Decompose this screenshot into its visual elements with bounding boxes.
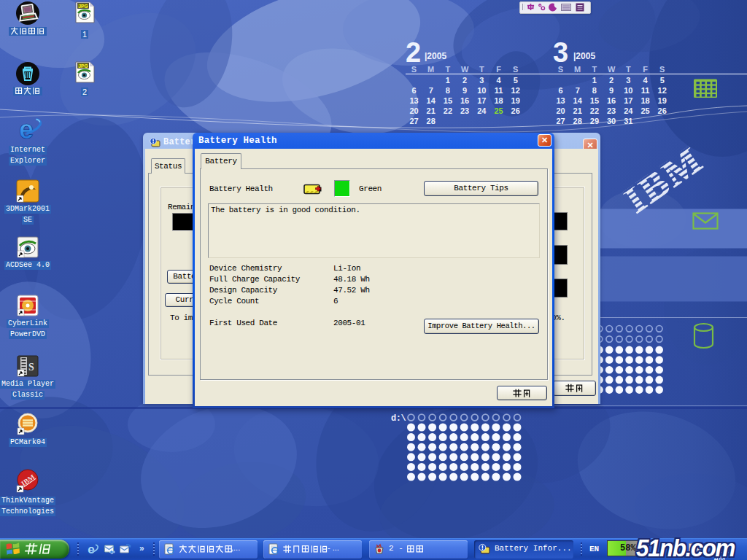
svg-text:2: 2	[609, 76, 614, 85]
svg-text:5: 5	[514, 76, 518, 85]
svg-text:12: 12	[658, 86, 667, 95]
svg-text:21: 21	[573, 106, 582, 115]
svg-text:26: 26	[511, 106, 520, 115]
svg-text:16: 16	[607, 96, 616, 105]
svg-text:4: 4	[643, 76, 648, 85]
svg-text:e: e	[19, 117, 34, 143]
svg-text:23: 23	[460, 106, 469, 115]
svg-text:4: 4	[496, 76, 501, 85]
svg-text:JPG: JPG	[78, 4, 88, 9]
svg-text:15: 15	[444, 96, 452, 105]
svg-text:30: 30	[607, 117, 616, 125]
svg-text:T: T	[446, 65, 451, 74]
svg-text:9: 9	[609, 86, 614, 95]
svg-text:23: 23	[607, 106, 616, 115]
svg-text:9: 9	[462, 86, 467, 95]
svg-text:7: 7	[429, 86, 433, 95]
svg-text:8: 8	[592, 86, 597, 95]
svg-text:7: 7	[576, 86, 580, 95]
svg-text:28: 28	[573, 117, 582, 125]
svg-text:25: 25	[494, 106, 503, 115]
svg-text:3: 3	[626, 76, 630, 85]
svg-text:28: 28	[427, 117, 436, 125]
svg-text:d:\: d:\	[391, 413, 406, 424]
svg-text:|2005: |2005	[425, 51, 446, 61]
svg-text:27: 27	[556, 117, 565, 125]
svg-text:12: 12	[511, 86, 520, 95]
svg-text:24: 24	[477, 106, 487, 115]
svg-text:S: S	[558, 65, 563, 74]
svg-text:25: 25	[640, 106, 649, 115]
svg-text:29: 29	[590, 117, 599, 125]
svg-text:5: 5	[660, 76, 665, 85]
svg-text:e: e	[88, 543, 94, 556]
svg-text:18: 18	[494, 96, 503, 105]
svg-text:F: F	[496, 65, 501, 74]
svg-text:22: 22	[444, 106, 452, 115]
svg-text:21: 21	[427, 106, 436, 115]
svg-text:19: 19	[511, 96, 520, 105]
svg-text:10: 10	[477, 86, 486, 95]
svg-text:2: 2	[406, 37, 421, 68]
svg-text:13: 13	[409, 96, 418, 105]
svg-text:S: S	[513, 65, 518, 74]
svg-text:22: 22	[590, 106, 599, 115]
svg-text:19: 19	[658, 96, 667, 105]
svg-text:17: 17	[477, 96, 486, 105]
svg-text:27: 27	[409, 117, 418, 125]
svg-text:1: 1	[446, 76, 450, 85]
svg-text:26: 26	[658, 106, 667, 115]
svg-text:S: S	[659, 65, 665, 74]
svg-text:T: T	[626, 65, 631, 74]
svg-text:M: M	[574, 65, 581, 74]
svg-text:F: F	[643, 65, 648, 74]
svg-text:6: 6	[411, 86, 416, 95]
svg-text:S: S	[411, 65, 417, 74]
svg-text:17: 17	[624, 96, 632, 105]
svg-text:3: 3	[479, 76, 484, 85]
svg-text:11: 11	[495, 86, 503, 95]
svg-text:W: W	[461, 65, 469, 74]
svg-text:2: 2	[462, 76, 467, 85]
svg-text:16: 16	[460, 96, 469, 105]
svg-text:M: M	[427, 65, 434, 74]
svg-text:13: 13	[556, 96, 565, 105]
svg-text:S: S	[28, 362, 34, 373]
svg-text:24: 24	[624, 106, 633, 115]
svg-text:31: 31	[624, 117, 632, 125]
svg-text:18: 18	[640, 96, 649, 105]
svg-text:1: 1	[592, 76, 597, 85]
svg-text:20: 20	[556, 106, 565, 115]
svg-text:T: T	[592, 65, 597, 74]
svg-text:W: W	[608, 65, 616, 74]
svg-text:11: 11	[641, 86, 650, 95]
svg-text:20: 20	[409, 106, 418, 115]
svg-text:10: 10	[624, 86, 632, 95]
svg-text:3: 3	[553, 37, 568, 68]
svg-text:6: 6	[558, 86, 562, 95]
svg-text:14: 14	[427, 96, 436, 105]
svg-text:8: 8	[446, 86, 450, 95]
svg-text:14: 14	[573, 96, 583, 105]
svg-text:T: T	[479, 65, 484, 74]
svg-text:JPG: JPG	[78, 63, 88, 69]
svg-text:15: 15	[590, 96, 599, 105]
svg-text:|2005: |2005	[573, 51, 595, 61]
